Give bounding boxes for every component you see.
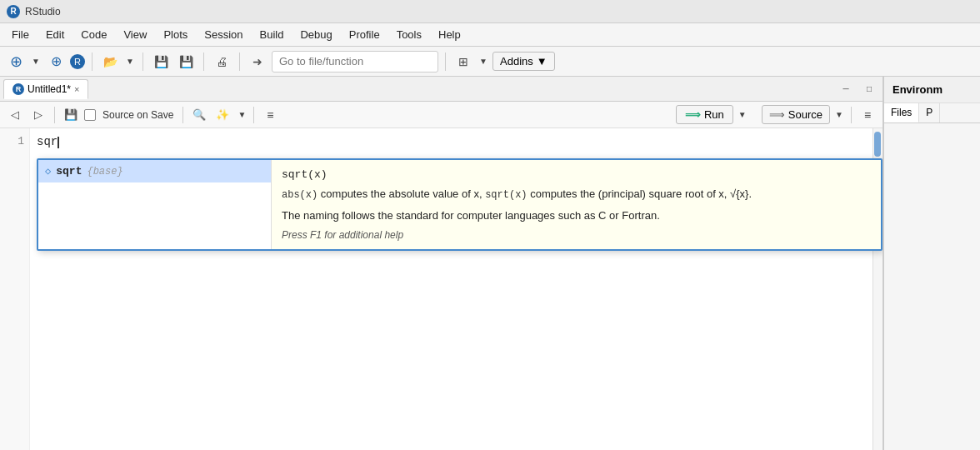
grid-icon[interactable]: ⊞ — [452, 51, 474, 72]
save-editor-button[interactable]: 💾 — [61, 105, 81, 125]
sep2 — [142, 52, 143, 71]
menu-debug[interactable]: Debug — [292, 25, 340, 44]
run-options-button[interactable]: ▼ — [737, 105, 748, 125]
minimize-editor-button[interactable]: ─ — [836, 79, 856, 99]
right-panel-content — [884, 123, 980, 133]
addins-button[interactable]: Addins ▼ — [492, 52, 555, 71]
menu-view[interactable]: View — [115, 25, 155, 44]
r-new-button[interactable]: ⊕ — [45, 51, 67, 72]
open-folder-button[interactable]: 📂 — [99, 51, 121, 72]
abs-inline-code: abs(x) — [282, 189, 318, 201]
tab-title: Untitled1* — [28, 83, 71, 95]
right-panel: Environm Files P — [883, 77, 980, 450]
sep4 — [239, 52, 240, 71]
right-panel-header: Environm — [884, 77, 980, 103]
ac-help-description: abs(x) computes the absolute value of x,… — [282, 186, 871, 202]
sep1 — [92, 52, 92, 71]
maximize-editor-button[interactable]: □ — [859, 79, 879, 99]
source-button[interactable]: ⟹ Source — [762, 105, 830, 124]
menu-file[interactable]: File — [3, 25, 38, 44]
forward-button[interactable]: ▷ — [28, 105, 48, 125]
rp-tab-p[interactable]: P — [919, 103, 940, 122]
run-arrow-icon: ⟹ — [685, 108, 701, 121]
magic-wand-dropdown[interactable]: ▼ — [236, 105, 248, 125]
source-on-save-checkbox[interactable] — [84, 109, 96, 121]
editor-panel: R Untitled1* × ─ □ ◁ ▷ 💾 Source on Save … — [0, 77, 883, 450]
goto-arrow-icon: ➜ — [247, 51, 268, 72]
app-title: RStudio — [25, 6, 61, 18]
search-editor-button[interactable]: 🔍 — [189, 105, 209, 125]
ac-help-naming: The naming follows the standard for comp… — [282, 208, 871, 224]
save-all-button[interactable]: 💾 — [175, 51, 197, 72]
magic-wand-button[interactable]: ✨ — [212, 105, 232, 125]
autocomplete-item-sqrt[interactable]: ◇ sqrt {base} — [38, 160, 271, 182]
right-panel-tabs: Files P — [884, 103, 980, 123]
addins-chevron: ▼ — [537, 55, 548, 68]
tab-bar: R Untitled1* × ─ □ — [0, 77, 882, 102]
addins-label: Addins — [500, 55, 533, 68]
add-button[interactable]: ⊕ — [5, 51, 27, 72]
etb-sep4 — [851, 107, 852, 123]
r-icon-btn[interactable]: R — [70, 54, 85, 69]
menu-code[interactable]: Code — [72, 25, 115, 44]
ac-item-package: {base} — [87, 166, 122, 178]
menu-tools[interactable]: Tools — [388, 25, 430, 44]
save-button[interactable]: 💾 — [150, 51, 172, 72]
sqrt-inline-code: sqrt(x) — [485, 189, 527, 201]
title-bar: R RStudio — [0, 0, 980, 23]
open-dropdown[interactable]: ▼ — [124, 51, 136, 72]
ac-diamond-icon: ◇ — [45, 165, 51, 178]
etb-sep1 — [54, 107, 55, 123]
tab-close-button[interactable]: × — [74, 84, 79, 94]
editor-tab-untitled1[interactable]: R Untitled1* × — [3, 79, 88, 99]
etb-sep2 — [182, 107, 183, 123]
ac-help-footer: Press F1 for additional help — [282, 229, 871, 241]
tab-r-icon: R — [12, 83, 24, 95]
source-dropdown[interactable]: ▼ — [833, 105, 845, 125]
rp-tab-files[interactable]: Files — [884, 103, 919, 122]
menu-profile[interactable]: Profile — [341, 25, 388, 44]
hamburger-menu[interactable]: ≡ — [858, 105, 878, 125]
autocomplete-help: sqrt(x) abs(x) computes the absolute val… — [272, 160, 881, 249]
editor-toolbar: ◁ ▷ 💾 Source on Save 🔍 ✨ ▼ ≡ ⟹ Run ▼ ⟹ S… — [0, 102, 882, 128]
run-button[interactable]: ⟹ Run — [676, 105, 733, 124]
sep3 — [203, 52, 204, 71]
source-on-save-label: Source on Save — [99, 109, 177, 121]
text-cursor — [58, 137, 59, 148]
autocomplete-list[interactable]: ◇ sqrt {base} — [38, 160, 272, 249]
source-label: Source — [788, 108, 822, 121]
autocomplete-popup: ◇ sqrt {base} sqrt(x) abs(x) computes th… — [37, 158, 882, 251]
app-icon: R — [7, 5, 20, 18]
source-arrow-icon: ⟹ — [769, 108, 785, 121]
goto-input[interactable] — [272, 51, 438, 72]
menu-bar: File Edit Code View Plots Session Build … — [0, 23, 980, 47]
main-toolbar: ⊕ ▼ ⊕ R 📂 ▼ 💾 💾 🖨 ➜ ⊞ ▼ Addins ▼ — [0, 47, 980, 77]
menu-session[interactable]: Session — [196, 25, 251, 44]
indent-button[interactable]: ≡ — [260, 105, 280, 125]
back-button[interactable]: ◁ — [5, 105, 25, 125]
line-number-1: 1 — [5, 135, 24, 148]
print-button[interactable]: 🖨 — [211, 51, 232, 72]
grid-dropdown[interactable]: ▼ — [478, 51, 489, 72]
menu-edit[interactable]: Edit — [38, 25, 72, 44]
etb-sep3 — [253, 107, 254, 123]
ac-item-name: sqrt — [56, 165, 82, 178]
sep5 — [445, 52, 446, 71]
run-label: Run — [704, 108, 724, 121]
menu-build[interactable]: Build — [252, 25, 292, 44]
add-dropdown[interactable]: ▼ — [30, 51, 42, 72]
editor-container: R Untitled1* × ─ □ ◁ ▷ 💾 Source on Save … — [0, 77, 980, 450]
code-area[interactable]: 1 sqr ◇ sqrt {base} sqrt(x) — [0, 128, 882, 450]
line-numbers: 1 — [0, 128, 30, 450]
menu-help[interactable]: Help — [430, 25, 469, 44]
ac-help-signature: sqrt(x) — [282, 168, 871, 181]
menu-plots[interactable]: Plots — [155, 25, 196, 44]
code-text: sqr — [37, 135, 58, 148]
